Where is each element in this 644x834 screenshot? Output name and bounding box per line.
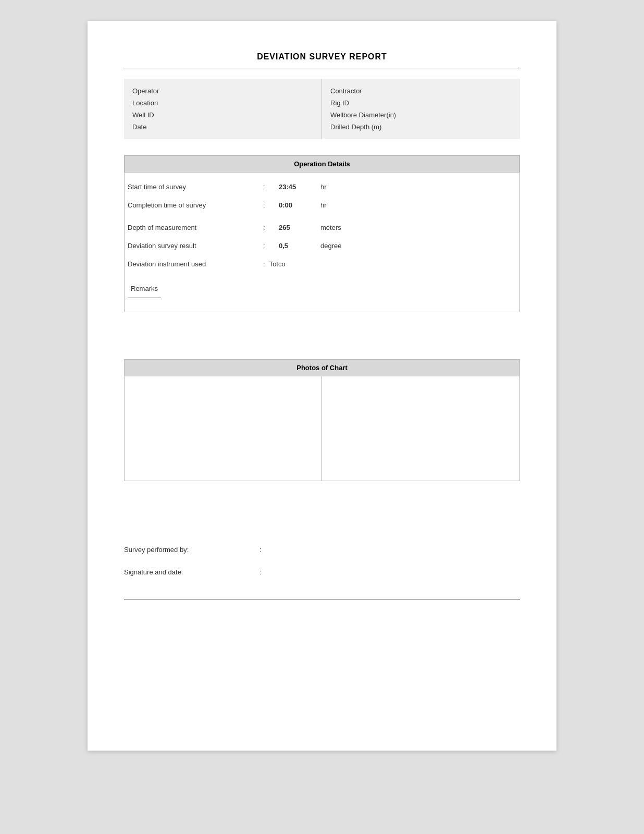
- deviation-survey-result-label: Deviation survey result: [128, 242, 263, 250]
- info-right-panel: Contractor Rig ID Wellbore Diameter(in) …: [322, 79, 520, 139]
- spacer-3: [124, 502, 520, 523]
- operator-row: Operator: [132, 85, 313, 97]
- ops-body: Start time of survey : 23:45 hr Completi…: [125, 173, 519, 312]
- instrument-row: Deviation instrument used : Totco: [125, 255, 519, 273]
- deviation-survey-result-value: 0,5: [279, 242, 320, 250]
- photos-header: Photos of Chart: [124, 359, 520, 376]
- start-time-label: Start time of survey: [128, 183, 263, 191]
- depth-measurement-value: 265: [279, 224, 320, 231]
- drilled-depth-label: Drilled Depth (m): [330, 123, 381, 131]
- remarks-section: Remarks: [125, 273, 519, 306]
- operation-details-header: Operation Details: [125, 155, 519, 173]
- depth-measurement-unit: meters: [320, 224, 341, 231]
- spacer-2: [124, 338, 520, 359]
- start-time-unit: hr: [320, 183, 327, 191]
- rig-id-label: Rig ID: [330, 99, 349, 107]
- survey-performed-label: Survey performed by:: [124, 546, 259, 554]
- page: DEVIATION SURVEY REPORT Operator Locatio…: [88, 21, 556, 751]
- location-label: Location: [132, 99, 158, 107]
- depth-measurement-row: Depth of measurement : 265 meters: [125, 218, 519, 237]
- deviation-survey-result-row: Deviation survey result : 0,5 degree: [125, 237, 519, 255]
- operation-details-section: Operation Details Start time of survey :…: [124, 155, 520, 312]
- deviation-survey-result-colon: :: [263, 242, 279, 250]
- contractor-row: Contractor: [330, 85, 512, 97]
- operator-label: Operator: [132, 87, 159, 95]
- start-time-value: 23:45: [279, 183, 320, 191]
- date-row: Date: [132, 121, 313, 133]
- spacer-1: [124, 317, 520, 338]
- date-label: Date: [132, 123, 146, 131]
- photo-cell-left: [125, 376, 322, 481]
- info-grid: Operator Location Well ID Date Contracto…: [124, 79, 520, 139]
- signature-date-label: Signature and date:: [124, 568, 259, 576]
- page-title: DEVIATION SURVEY REPORT: [124, 52, 520, 62]
- remarks-label: Remarks: [128, 279, 161, 298]
- completion-time-row: Completion time of survey : 0:00 hr: [125, 196, 519, 214]
- start-time-colon: :: [263, 183, 279, 191]
- completion-time-colon: :: [263, 201, 279, 209]
- photos-body: [124, 376, 520, 481]
- info-left-panel: Operator Location Well ID Date: [124, 79, 322, 139]
- completion-time-unit: hr: [320, 201, 327, 209]
- drilled-depth-row: Drilled Depth (m): [330, 121, 512, 133]
- completion-time-value: 0:00: [279, 201, 320, 209]
- bottom-divider: [124, 599, 520, 599]
- survey-performed-colon: :: [259, 546, 275, 554]
- contractor-label: Contractor: [330, 87, 362, 95]
- wellbore-diameter-label: Wellbore Diameter(in): [330, 111, 396, 119]
- photo-cell-right: [322, 376, 519, 481]
- wellbore-diameter-row: Wellbore Diameter(in): [330, 109, 512, 121]
- instrument-colon: :: [263, 260, 265, 268]
- instrument-label: Deviation instrument used: [128, 260, 263, 268]
- survey-performed-row: Survey performed by: :: [124, 538, 520, 561]
- depth-measurement-colon: :: [263, 224, 279, 231]
- location-row: Location: [132, 97, 313, 109]
- title-divider: [124, 68, 520, 68]
- depth-measurement-label: Depth of measurement: [128, 224, 263, 231]
- instrument-value: Totco: [269, 260, 286, 268]
- rig-id-row: Rig ID: [330, 97, 512, 109]
- well-id-label: Well ID: [132, 111, 154, 119]
- well-id-row: Well ID: [132, 109, 313, 121]
- deviation-survey-result-unit: degree: [320, 242, 341, 250]
- signature-date-row: Signature and date: :: [124, 561, 520, 583]
- signature-date-colon: :: [259, 568, 275, 576]
- start-time-row: Start time of survey : 23:45 hr: [125, 178, 519, 196]
- signature-section: Survey performed by: : Signature and dat…: [124, 533, 520, 588]
- completion-time-label: Completion time of survey: [128, 201, 263, 209]
- photos-section: Photos of Chart: [124, 359, 520, 481]
